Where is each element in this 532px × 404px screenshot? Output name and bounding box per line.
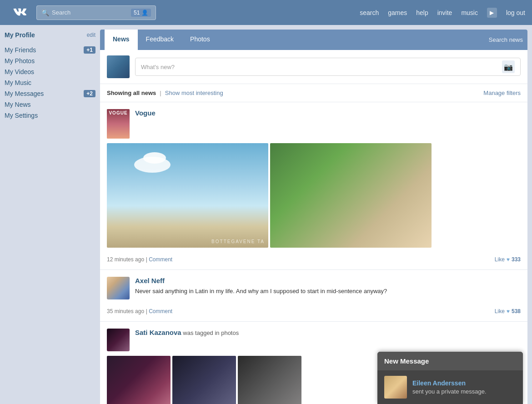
heart-icon-axel: ♥ [507,308,510,314]
vogue-comment-link[interactable]: Comment [149,256,172,263]
axel-timestamp: 35 minutes ago [107,308,144,314]
vogue-image-grid: BOTTEGAVENE TA [107,143,521,248]
popup-header: New Message [377,352,523,370]
main-layout: My Profile edit My Friends +1 My Photos … [0,25,532,404]
popup-title: New Message [384,357,429,365]
friends-badge: +1 [84,46,95,54]
popup-sender-avatar [384,376,407,399]
sidebar-label-photos: My Photos [5,57,35,65]
sidebar-label-settings: My Settings [5,112,38,119]
sidebar-label-news: My News [5,101,31,108]
profile-section: My Profile edit [5,30,95,40]
filter-active-label: Showing all news [107,90,156,96]
search-badge: 51 👤 [131,9,151,17]
news-item-axel: Axel Neff Never said anything in Latin i… [100,270,527,322]
popup-message-text: sent you a private message. [412,388,487,395]
camera-icon[interactable]: 📷 [502,60,515,73]
axel-source-name[interactable]: Axel Neff [135,277,165,284]
sidebar-item-photos: My Photos [5,56,95,66]
sidebar-item-news: My News [5,100,95,110]
sidebar-label-videos: My Videos [5,68,34,75]
messages-badge: +2 [84,90,95,97]
manage-filters-link[interactable]: Manage filters [483,90,521,96]
sati-source-name[interactable]: Sati Kazanova [135,329,181,336]
tab-photos[interactable]: Photos [182,30,218,50]
axel-like-button[interactable]: Like [495,308,505,314]
vogue-timestamp: 12 minutes ago [107,256,144,263]
sati-photo-1[interactable] [107,356,171,404]
nav-search[interactable]: search [360,9,379,16]
filter-alt-link[interactable]: Show most interesting [165,90,223,96]
watermark-text: BOTTEGAVENE TA [211,239,265,244]
filter-bar: Showing all news | Show most interesting… [100,84,527,102]
vogue-image-1[interactable]: BOTTEGAVENE TA [107,143,268,248]
content-area: News Feedback Photos Search news What's … [100,30,527,404]
sidebar-label-messages: My Messages [5,90,44,97]
vogue-like-count: 333 [512,256,521,263]
user-avatar [107,55,130,78]
vogue-avatar: VOGUE [107,109,130,139]
sidebar-item-music: My Music [5,78,95,88]
axel-post-text: Never said anything in Latin in my life.… [135,287,387,296]
popup-sender-name[interactable]: Eileen Anderssen [412,379,487,387]
sidebar: My Profile edit My Friends +1 My Photos … [5,30,95,404]
sati-photo-2[interactable] [172,356,236,404]
sidebar-item-friends: My Friends +1 [5,45,95,55]
axel-action-bar: 35 minutes ago | Comment Like ♥ 538 [107,304,521,314]
vk-logo[interactable] [7,5,30,20]
nav-music[interactable]: music [461,9,478,16]
heart-icon: ♥ [507,256,510,263]
nav-help[interactable]: help [416,9,428,16]
user-icon: 👤 [141,10,148,16]
tab-feedback[interactable]: Feedback [138,30,182,50]
my-profile-link[interactable]: My Profile [5,31,35,39]
vogue-image-2[interactable] [270,143,432,248]
sati-photo-3[interactable] [238,356,301,404]
sidebar-label-music: My Music [5,79,31,86]
post-input-area: What's new? 📷 [100,50,527,84]
filter-separator: | [160,90,161,96]
vogue-source-name[interactable]: Vogue [135,109,156,117]
search-input[interactable] [52,9,128,16]
sati-tagged-label: was tagged in photos [183,329,239,336]
edit-profile-link[interactable]: edit [87,32,95,38]
tab-bar: News Feedback Photos Search news [100,30,527,50]
nav-logout[interactable]: log out [506,9,525,16]
axel-avatar [107,277,130,299]
search-bar[interactable]: 🔍 51 👤 [36,5,156,20]
nav-more-button[interactable]: ▶ [487,8,497,18]
post-input-box[interactable]: What's new? 📷 [135,58,521,76]
sidebar-item-videos: My Videos [5,67,95,77]
news-item-vogue: VOGUE Vogue BOTTEGAVENE TA 12 minutes [100,102,527,270]
sidebar-label-friends: My Friends [5,46,36,54]
vogue-action-bar: 12 minutes ago | Comment Like ♥ 333 [107,252,521,263]
header: 🔍 51 👤 search games help invite music ▶ … [0,0,532,25]
axel-like-count: 538 [512,308,521,314]
sidebar-item-settings: My Settings [5,110,95,120]
nav-games[interactable]: games [388,9,407,16]
sidebar-navigation: My Friends +1 My Photos My Videos My Mus… [5,45,95,120]
nav-invite[interactable]: invite [437,9,452,16]
search-icon: 🔍 [41,9,49,16]
axel-comment-link[interactable]: Comment [149,308,172,314]
search-news-link[interactable]: Search news [489,36,523,43]
header-nav: search games help invite music ▶ log out [360,8,525,18]
sati-avatar [107,329,130,351]
vogue-like-button[interactable]: Like [495,256,505,263]
new-message-popup[interactable]: New Message Eileen Anderssen sent you a … [377,352,523,404]
sidebar-item-messages: My Messages +2 [5,89,95,99]
popup-body: Eileen Anderssen sent you a private mess… [377,370,523,404]
post-input-placeholder: What's new? [141,64,502,70]
tab-news[interactable]: News [105,30,138,50]
